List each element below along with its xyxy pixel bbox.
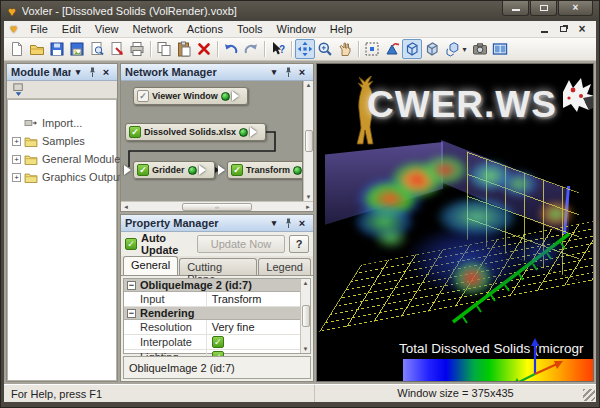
viewer-3d[interactable]: CWER.WS [316,63,594,382]
scroll-thumb[interactable] [302,305,310,327]
module-manager-titlebar[interactable]: Module Mana... ▾ × [7,64,117,81]
network-horizontal-scrollbar[interactable]: ◄ ‹› ► [121,201,313,211]
menu-view[interactable]: View [88,22,126,36]
interpolate-checkbox[interactable]: ✓ [212,336,224,348]
view-presets-button[interactable]: ▾ [442,39,470,59]
node-gridder[interactable]: ✓ Gridder [133,161,215,179]
view-solid-button[interactable] [422,39,442,59]
property-row-resolution[interactable]: Resolution Very fine [124,320,300,335]
copy-button[interactable] [154,39,174,59]
tree-item-general-modules[interactable]: + General Modules [12,150,114,168]
help-button[interactable]: ? [289,235,309,253]
node-label: Viewer Window [152,91,218,101]
node-checkbox[interactable]: ✓ [231,164,243,176]
network-vertical-scrollbar[interactable]: ▲ ▼ [303,81,313,201]
menu-actions[interactable]: Actions [180,22,230,36]
close-button[interactable]: × [558,1,593,16]
print-preview-button[interactable] [87,39,107,59]
property-manager-pin-button[interactable] [281,217,295,230]
network-canvas[interactable]: ✓ Viewer Window ✓ Dissolved Solids.xlsx [121,81,303,201]
collapse-icon[interactable]: − [127,309,136,318]
scroll-thumb[interactable]: ‹› [182,203,252,211]
open-file-button[interactable] [27,39,47,59]
axis-triad-icon [507,334,569,382]
view-wireframe-button[interactable] [402,39,422,59]
node-transform[interactable]: ✓ Transform [227,161,303,179]
section-rendering[interactable]: − Rendering [124,307,300,320]
resize-grip[interactable] [583,389,595,401]
new-file-button[interactable] [7,39,27,59]
tree-item-graphics-output[interactable]: + Graphics Output [12,168,114,186]
module-manager-close-button[interactable]: × [99,66,113,79]
property-row-interpolate[interactable]: Interpolate ✓ [124,335,300,350]
mdi-restore-button[interactable] [557,24,569,34]
save-icon [49,41,65,57]
node-viewer-window[interactable]: ✓ Viewer Window [133,87,248,105]
viewer-layout-button[interactable] [490,39,510,59]
zoom-button[interactable] [315,39,335,59]
property-value[interactable]: Transform [207,293,300,305]
tab-cutting-plane[interactable]: Cutting Plane [179,258,257,275]
node-checkbox[interactable]: ✓ [137,164,149,176]
expand-icon[interactable]: + [12,173,21,182]
delete-button[interactable] [194,39,214,59]
scroll-down-icon[interactable]: ▼ [306,194,312,200]
export-button[interactable] [107,39,127,59]
maximize-button[interactable] [530,1,557,16]
auto-update-checkbox[interactable]: ✓ [125,238,137,250]
module-manager-menu-button[interactable]: ▾ [71,66,85,79]
add-module-button[interactable] [9,82,27,98]
mdi-close-button[interactable]: × [576,24,588,34]
minimize-button[interactable] [502,1,529,16]
reset-view-button[interactable] [382,39,402,59]
property-manager-close-button[interactable]: × [295,217,309,230]
tab-general[interactable]: General [123,256,178,275]
paste-button[interactable] [174,39,194,59]
menu-edit[interactable]: Edit [55,22,88,36]
folder-icon [24,172,38,183]
menu-file[interactable]: File [23,22,55,36]
property-value[interactable]: Very fine [207,321,300,333]
property-manager-menu-button[interactable]: ▾ [267,217,281,230]
snapshot-button[interactable] [470,39,490,59]
save-button[interactable] [47,39,67,59]
print-button[interactable] [127,39,147,59]
tab-legend[interactable]: Legend [258,258,311,275]
menu-network[interactable]: Network [125,22,179,36]
module-manager-pin-button[interactable] [85,66,99,79]
fit-to-window-button[interactable] [362,39,382,59]
network-manager-titlebar[interactable]: Network Manager ▾ × [121,64,313,81]
trackball-button[interactable] [295,39,315,59]
update-now-button[interactable]: Update Now [197,235,285,253]
menu-window[interactable]: Window [270,22,323,36]
node-checkbox[interactable]: ✓ [137,90,149,102]
property-vertical-scrollbar[interactable]: ▲ ▼ [300,279,310,353]
scroll-up-icon[interactable]: ▲ [303,280,309,286]
expand-icon[interactable]: + [12,137,21,146]
scroll-left-icon[interactable]: ◄ [123,204,129,210]
scroll-thumb[interactable] [305,130,313,152]
pan-hand-button[interactable] [335,39,355,59]
node-checkbox[interactable]: ✓ [129,126,141,138]
scroll-down-icon[interactable]: ▼ [303,346,309,352]
tree-item-samples[interactable]: + Samples [12,132,114,150]
property-manager-titlebar[interactable]: Property Manager ▾ × [121,215,313,232]
mdi-minimize-button[interactable] [538,24,550,34]
section-obliqueimage[interactable]: − ObliqueImage 2 (id:7) [124,279,300,292]
expand-icon[interactable]: + [12,155,21,164]
network-manager-close-button[interactable]: × [295,66,309,79]
menu-tools[interactable]: Tools [230,22,270,36]
help-pointer-button[interactable]: ? [268,39,288,59]
network-manager-menu-button[interactable]: ▾ [267,66,281,79]
undo-button[interactable] [221,39,241,59]
tree-item-import[interactable]: Import... [12,114,114,132]
scroll-right-icon[interactable]: ► [305,204,311,210]
scroll-up-icon[interactable]: ▲ [306,82,312,88]
collapse-icon[interactable]: − [127,281,136,290]
node-dissolved-solids[interactable]: ✓ Dissolved Solids.xlsx [125,123,266,141]
menu-help[interactable]: Help [323,22,360,36]
save-image-button[interactable] [67,39,87,59]
redo-button[interactable] [241,39,261,59]
property-row-input[interactable]: Input Transform [124,292,300,307]
network-manager-pin-button[interactable] [281,66,295,79]
